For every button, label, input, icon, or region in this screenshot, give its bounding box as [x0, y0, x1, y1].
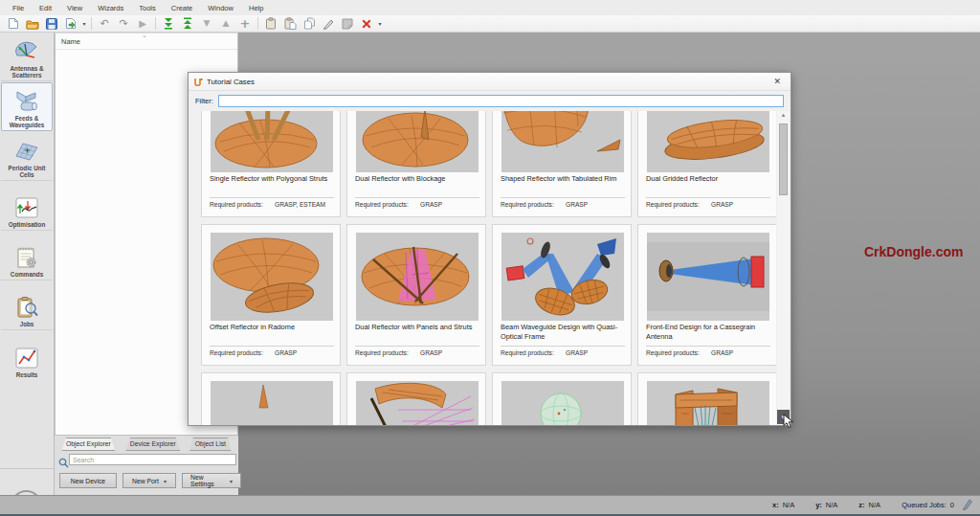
required-products-label: Required products:: [355, 201, 409, 208]
redo-icon[interactable]: ↷: [114, 16, 133, 32]
tutorial-card[interactable]: Front-End Design for a Cassegrain Antenn…: [637, 224, 776, 366]
tutorial-cases-dialog: Tutorial Cases ✕ Filter: Single Reflecto…: [188, 72, 791, 426]
tutorial-card[interactable]: [201, 372, 341, 425]
commands-notepad-icon: [12, 244, 41, 271]
toolbar: ▾ ↶ ↷ ▶ ▼ ▲ + ▾: [0, 15, 980, 33]
tab-device-explorer[interactable]: Device Explorer: [122, 437, 185, 451]
dual-reflector-panels-struts-thumbnail: [356, 233, 479, 321]
required-products-value: GRASP: [420, 349, 442, 356]
menu-file[interactable]: File: [6, 2, 31, 14]
card-title: Beam Waveguide Design with Quasi-Optical…: [501, 323, 625, 342]
tutorial-card[interactable]: Shaped Reflector with Tabulated Rim Requ…: [492, 111, 632, 217]
delete-icon[interactable]: [357, 16, 376, 32]
required-products-label: Required products:: [210, 201, 263, 208]
undo-icon[interactable]: ↶: [95, 16, 114, 32]
scrollbar-thumb[interactable]: [779, 123, 788, 195]
open-folder-icon[interactable]: [23, 16, 42, 32]
tutorial-card[interactable]: Single Reflector with Polygonal Struts R…: [201, 111, 341, 217]
search-input[interactable]: [69, 454, 236, 465]
required-products-label: Required products:: [501, 201, 554, 208]
tutorial-card[interactable]: Dual Gridded Reflector Required products…: [637, 111, 776, 217]
new-file-icon[interactable]: [4, 16, 23, 32]
sidebar-item-periodic-unit-cells[interactable]: Periodic Unit Cells: [1, 132, 53, 181]
sidebar-item-label: Commands: [2, 271, 52, 278]
tutorial-card[interactable]: Dual Reflector with Panels and Struts Re…: [346, 224, 486, 366]
new-settings-button[interactable]: New Settings▾: [182, 473, 241, 488]
note-icon[interactable]: [338, 16, 357, 32]
sidebar-item-feeds-waveguides[interactable]: Feeds & Waveguides: [1, 82, 53, 131]
import-icon[interactable]: [61, 16, 80, 32]
tutorial-card[interactable]: Offset Reflector in Radome Required prod…: [201, 224, 341, 366]
status-bar: x:N/A y:N/A z:N/A Queued Jobs:0: [0, 495, 980, 514]
sidebar-item-label: Results: [2, 371, 52, 378]
import-caret-icon[interactable]: ▾: [80, 20, 88, 27]
move-down-double-icon[interactable]: [159, 16, 178, 32]
edit-pencil-icon[interactable]: [319, 16, 338, 32]
menu-tools[interactable]: Tools: [132, 2, 163, 14]
sidebar-item-antennas-scatterers[interactable]: Antennas & Scatterers: [1, 33, 53, 81]
sidebar-item-optimisation[interactable]: Optimisation: [1, 182, 53, 231]
card-title: Shaped Reflector with Tabulated Rim: [501, 174, 625, 184]
chevron-down-icon: ▾: [230, 478, 233, 484]
dialog-scrollbar[interactable]: ▲ ▼: [777, 111, 790, 425]
menu-create[interactable]: Create: [165, 2, 200, 14]
move-down-icon[interactable]: ▼: [197, 16, 216, 32]
sidebar-item-jobs[interactable]: Jobs: [1, 281, 53, 330]
tutorial-card[interactable]: [346, 372, 486, 425]
move-up-double-icon[interactable]: [178, 16, 197, 32]
required-products-value: GRASP: [711, 201, 733, 208]
front-end-cassegrain-thumbnail: [647, 233, 769, 321]
tutorial-card[interactable]: Dual Reflector with Blockage Required pr…: [346, 111, 486, 217]
results-chart-icon: [12, 345, 41, 371]
required-products-value: GRASP: [275, 349, 297, 356]
save-icon[interactable]: [42, 16, 61, 32]
card-title: Front-End Design for a Cassegrain Antenn…: [646, 323, 770, 342]
duplicate-icon[interactable]: [300, 16, 319, 32]
menu-bar: File Edit View Wizards Tools Create Wind…: [0, 0, 980, 15]
dual-reflector-blockage-thumbnail: [356, 111, 479, 172]
optimisation-chart-icon: [12, 194, 41, 221]
new-device-button[interactable]: New Device: [59, 473, 117, 488]
add-icon[interactable]: +: [235, 16, 255, 32]
tab-object-explorer[interactable]: Object Explorer: [57, 437, 120, 451]
panel-collapse-icon[interactable]: ⌄: [142, 32, 147, 39]
required-products-value: GRASP: [566, 349, 588, 356]
sidebar-item-label: Optimisation: [2, 221, 52, 228]
tutorial-card[interactable]: Beam Waveguide Design with Quasi-Optical…: [492, 224, 632, 366]
status-queued-jobs: Queued Jobs:0: [902, 501, 954, 509]
menu-help[interactable]: Help: [242, 2, 270, 14]
single-reflector-polygonal-struts-thumbnail: [211, 111, 333, 172]
new-port-button[interactable]: New Port▾: [122, 473, 176, 488]
sidebar-item-commands[interactable]: Commands: [1, 232, 53, 280]
beam-waveguide-quasi-optical-thumbnail: [501, 233, 624, 321]
menu-view[interactable]: View: [60, 2, 89, 14]
tutorial-card[interactable]: [492, 372, 632, 425]
sidebar-item-results[interactable]: Results: [1, 331, 53, 380]
menu-window[interactable]: Window: [201, 2, 240, 14]
sidebar: Antennas & Scatterers Feeds & Waveguides…: [0, 33, 55, 495]
card-title: Single Reflector with Polygonal Struts: [210, 174, 334, 184]
filter-input[interactable]: [218, 95, 784, 107]
explorer-tabs: Object Explorer Device Explorer Object L…: [57, 437, 234, 451]
card-title: Dual Reflector with Blockage: [355, 174, 479, 184]
delete-caret-icon[interactable]: ▾: [376, 20, 384, 27]
shaped-reflector-tabulated-rim-thumbnail: [501, 111, 624, 172]
card-title: Dual Gridded Reflector: [646, 174, 770, 184]
close-icon[interactable]: ✕: [769, 77, 785, 86]
chevron-down-icon: ▾: [164, 478, 167, 484]
dialog-title-bar[interactable]: Tutorial Cases ✕: [189, 73, 791, 91]
run-icon[interactable]: ▶: [133, 16, 152, 32]
paste-icon[interactable]: [261, 16, 280, 32]
menu-edit[interactable]: Edit: [33, 2, 58, 14]
antenna-dish-icon: [12, 38, 41, 65]
menu-wizards[interactable]: Wizards: [91, 2, 130, 14]
sidebar-item-label: Jobs: [2, 321, 52, 327]
paste-special-icon[interactable]: [280, 16, 300, 32]
scroll-up-icon[interactable]: ▲: [779, 112, 788, 122]
tab-object-list[interactable]: Object List: [187, 437, 234, 451]
move-up-icon[interactable]: ▲: [216, 16, 235, 32]
tutorial-card[interactable]: [637, 372, 776, 425]
status-z: z:N/A: [858, 501, 880, 509]
filter-label: Filter:: [195, 97, 213, 105]
required-products-value: GRASP: [420, 201, 442, 208]
